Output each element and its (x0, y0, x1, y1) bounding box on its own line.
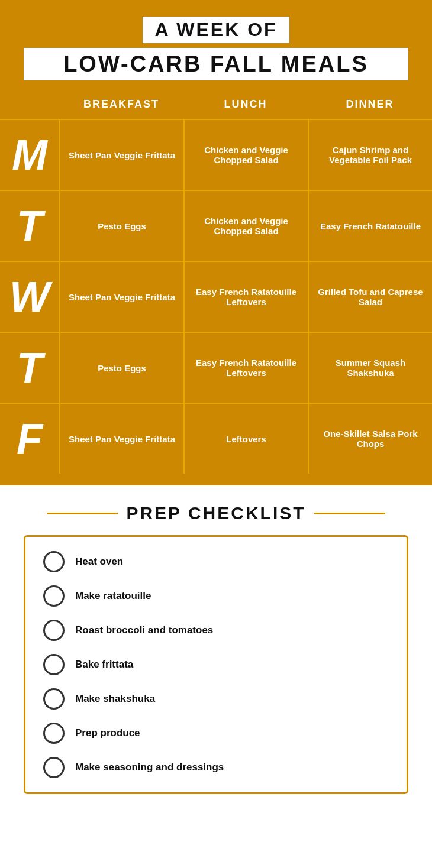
checklist-item-2[interactable]: Roast broccoli and tomatoes (43, 620, 389, 641)
day-letter-3: T (0, 333, 59, 403)
checklist-items-container: Heat oven Make ratatouille Roast broccol… (43, 551, 389, 778)
day-row-0: M Sheet Pan Veggie Frittata Chicken and … (0, 119, 432, 190)
breakfast-cell-4: Sheet Pan Veggie Frittata (59, 404, 183, 474)
checklist-section: PREP CHECKLIST Heat oven Make ratatouill… (0, 485, 432, 818)
column-headers: BREAKFAST LUNCH DINNER (0, 92, 432, 119)
dinner-cell-1: Easy French Ratatouille (308, 191, 432, 261)
day-rows: M Sheet Pan Veggie Frittata Chicken and … (0, 119, 432, 474)
checklist-line-right (314, 513, 385, 514)
check-label-2: Roast broccoli and tomatoes (75, 624, 213, 636)
check-label-6: Make seasoning and dressings (75, 762, 224, 773)
breakfast-cell-3: Pesto Eggs (59, 333, 183, 403)
lunch-cell-2: Easy French Ratatouille Leftovers (183, 262, 308, 332)
breakfast-cell-0: Sheet Pan Veggie Frittata (59, 120, 183, 190)
meal-section: BREAKFAST LUNCH DINNER M Sheet Pan Veggi… (0, 92, 432, 485)
day-row-3: T Pesto Eggs Easy French Ratatouille Lef… (0, 332, 432, 403)
check-label-4: Make shakshuka (75, 693, 155, 705)
checklist-title: PREP CHECKLIST (126, 503, 305, 523)
checklist-item-6[interactable]: Make seasoning and dressings (43, 757, 389, 778)
checklist-item-1[interactable]: Make ratatouille (43, 585, 389, 607)
lunch-cell-3: Easy French Ratatouille Leftovers (183, 333, 308, 403)
day-row-2: W Sheet Pan Veggie Frittata Easy French … (0, 261, 432, 332)
title-line1: A WEEK OF (143, 17, 289, 43)
dinner-cell-3: Summer Squash Shakshuka (308, 333, 432, 403)
check-circle-2[interactable] (43, 620, 65, 641)
breakfast-cell-2: Sheet Pan Veggie Frittata (59, 262, 183, 332)
checklist-item-0[interactable]: Heat oven (43, 551, 389, 572)
check-circle-0[interactable] (43, 551, 65, 572)
lunch-cell-1: Chicken and Veggie Chopped Salad (183, 191, 308, 261)
check-circle-1[interactable] (43, 585, 65, 607)
header-section: A WEEK OF LOW-CARB FALL MEALS (0, 0, 432, 92)
checklist-item-3[interactable]: Bake frittata (43, 654, 389, 675)
check-label-1: Make ratatouille (75, 590, 151, 602)
checklist-line-left (47, 513, 118, 514)
dinner-cell-4: One-Skillet Salsa Pork Chops (308, 404, 432, 474)
day-row-1: T Pesto Eggs Chicken and Veggie Chopped … (0, 190, 432, 261)
col-spacer (0, 92, 59, 116)
col-lunch-header: LUNCH (183, 92, 308, 116)
dinner-cell-0: Cajun Shrimp and Vegetable Foil Pack (308, 120, 432, 190)
check-circle-5[interactable] (43, 723, 65, 744)
checklist-item-4[interactable]: Make shakshuka (43, 688, 389, 710)
col-dinner-header: DINNER (308, 92, 432, 116)
title-line2: LOW-CARB FALL MEALS (24, 48, 408, 80)
check-label-3: Bake frittata (75, 659, 133, 671)
check-label-5: Prep produce (75, 727, 140, 739)
checklist-item-5[interactable]: Prep produce (43, 723, 389, 744)
day-letter-4: F (0, 404, 59, 474)
day-letter-2: W (0, 262, 59, 332)
checklist-title-row: PREP CHECKLIST (24, 503, 408, 523)
lunch-cell-0: Chicken and Veggie Chopped Salad (183, 120, 308, 190)
col-breakfast-header: BREAKFAST (59, 92, 183, 116)
day-row-4: F Sheet Pan Veggie Frittata Leftovers On… (0, 403, 432, 474)
check-circle-4[interactable] (43, 688, 65, 710)
check-label-0: Heat oven (75, 556, 123, 568)
check-circle-6[interactable] (43, 757, 65, 778)
dinner-cell-2: Grilled Tofu and Caprese Salad (308, 262, 432, 332)
checklist-box: Heat oven Make ratatouille Roast broccol… (24, 535, 408, 794)
breakfast-cell-1: Pesto Eggs (59, 191, 183, 261)
day-letter-0: M (0, 120, 59, 190)
check-circle-3[interactable] (43, 654, 65, 675)
day-letter-1: T (0, 191, 59, 261)
lunch-cell-4: Leftovers (183, 404, 308, 474)
